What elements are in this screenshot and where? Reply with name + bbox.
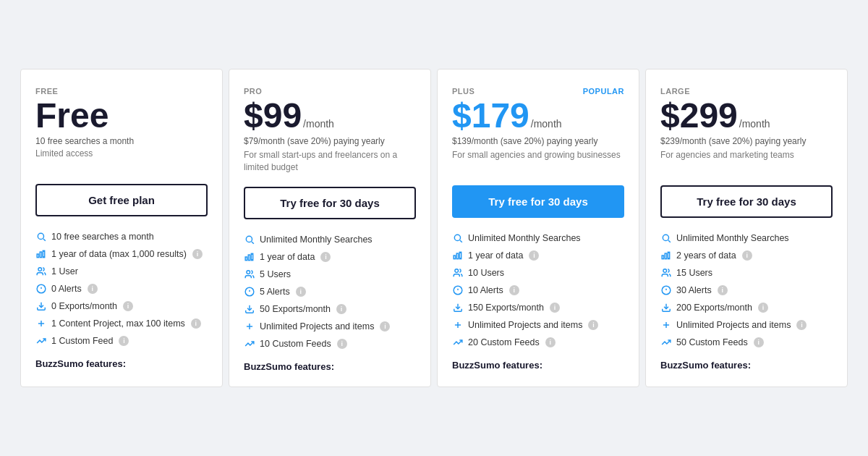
- project-icon: [660, 319, 672, 331]
- info-icon[interactable]: i: [758, 303, 768, 313]
- info-icon[interactable]: i: [796, 320, 807, 330]
- export-icon: [244, 303, 255, 315]
- plan-description: For small agencies and growing businesse…: [452, 149, 624, 172]
- info-icon[interactable]: i: [337, 339, 347, 349]
- svg-point-29: [455, 269, 459, 273]
- plan-features-list: Unlimited Monthly Searches 1 year of dat…: [452, 232, 624, 348]
- buzzsumo-features-label: BuzzSumo features:: [452, 360, 624, 371]
- svg-point-0: [38, 234, 43, 240]
- feature-item: Unlimited Monthly Searches: [244, 234, 416, 245]
- info-icon[interactable]: i: [119, 336, 129, 346]
- plan-tier-label: PRO: [244, 87, 416, 96]
- feed-icon: [35, 335, 47, 347]
- svg-rect-4: [43, 251, 44, 258]
- svg-rect-2: [37, 254, 38, 258]
- feed-icon: [244, 338, 255, 350]
- feature-text: 0 Alerts: [51, 284, 82, 294]
- feature-text: 50 Custom Feeds: [676, 337, 748, 347]
- info-icon[interactable]: i: [123, 301, 133, 311]
- project-icon: [452, 319, 464, 331]
- feature-text: 1 Content Project, max 100 items: [51, 318, 185, 329]
- feature-text: 30 Alerts: [676, 285, 712, 295]
- plan-features-list: 10 free searches a month 1 year of data …: [35, 231, 208, 347]
- plan-period: /month: [739, 118, 770, 130]
- feed-icon: [660, 337, 672, 348]
- alert-icon: [244, 286, 255, 297]
- info-icon[interactable]: i: [529, 250, 539, 261]
- search-icon: [660, 232, 672, 244]
- plan-description: For small start-ups and freelancers on a…: [244, 149, 416, 174]
- svg-point-36: [663, 235, 668, 241]
- plan-cta-button[interactable]: Try free for 30 days: [452, 185, 624, 218]
- info-icon[interactable]: i: [742, 250, 752, 261]
- info-icon[interactable]: i: [336, 304, 346, 314]
- feature-text: Unlimited Projects and items: [468, 320, 582, 330]
- alert-icon: [35, 283, 47, 295]
- feature-text: Unlimited Projects and items: [676, 320, 791, 330]
- info-icon[interactable]: i: [88, 284, 98, 294]
- info-icon[interactable]: i: [754, 337, 764, 347]
- alert-icon: [660, 284, 672, 296]
- info-icon[interactable]: i: [296, 287, 306, 297]
- info-icon[interactable]: i: [545, 337, 556, 347]
- info-icon[interactable]: i: [191, 318, 201, 329]
- feature-text: 10 free searches a month: [51, 232, 154, 242]
- svg-rect-26: [454, 256, 455, 259]
- svg-rect-39: [665, 253, 666, 259]
- feature-item: 150 Exports/month i: [452, 302, 624, 313]
- feature-text: 1 User: [51, 266, 78, 276]
- bar-chart-icon: [244, 251, 255, 263]
- feature-text: 2 years of data: [676, 250, 736, 261]
- feature-item: Unlimited Monthly Searches: [660, 232, 833, 244]
- info-icon[interactable]: i: [320, 252, 331, 262]
- plan-cta-button[interactable]: Try free for 30 days: [244, 187, 416, 219]
- svg-rect-40: [668, 253, 669, 259]
- plan-cta-button[interactable]: Get free plan: [35, 184, 208, 216]
- users-icon: [244, 269, 255, 280]
- feature-text: 5 Users: [260, 269, 291, 279]
- plan-yearly: $139/month (save 20%) paying yearly: [452, 136, 624, 146]
- feature-item: 10 Custom Feeds i: [244, 338, 416, 350]
- plan-features-list: Unlimited Monthly Searches 1 year of dat…: [244, 234, 416, 350]
- info-icon[interactable]: i: [509, 285, 519, 295]
- feature-item: 1 Content Project, max 100 items i: [35, 318, 208, 329]
- feature-item: 0 Exports/month i: [35, 300, 208, 312]
- feature-text: 20 Custom Feeds: [468, 337, 540, 347]
- feature-text: 50 Exports/month: [260, 304, 331, 314]
- feature-item: 1 year of data i: [244, 251, 416, 263]
- feature-item: 30 Alerts i: [660, 284, 833, 296]
- info-icon[interactable]: i: [550, 303, 560, 313]
- svg-rect-15: [248, 255, 250, 261]
- info-icon[interactable]: i: [588, 320, 598, 330]
- feature-item: 2 years of data i: [660, 250, 833, 261]
- svg-rect-28: [459, 253, 461, 259]
- feature-text: 5 Alerts: [260, 287, 290, 297]
- plan-description: For agencies and marketing teams: [660, 149, 833, 172]
- search-icon: [244, 234, 255, 245]
- feature-text: 1 Custom Feed: [51, 336, 113, 346]
- plan-card-large: LARGE $299 /month $239/month (save 20%) …: [645, 69, 848, 387]
- info-icon[interactable]: i: [718, 285, 728, 295]
- users-icon: [35, 266, 47, 277]
- feature-text: Unlimited Projects and items: [260, 321, 374, 332]
- plan-tier-label: FREE: [35, 87, 208, 96]
- plan-price: $299: [660, 98, 738, 133]
- info-icon[interactable]: i: [380, 321, 390, 332]
- plan-price: $99: [244, 98, 302, 133]
- feature-text: 1 year of data: [468, 250, 523, 261]
- feature-text: Unlimited Monthly Searches: [468, 233, 581, 243]
- svg-point-24: [454, 235, 460, 241]
- feature-item: 1 User: [35, 266, 208, 277]
- plan-cta-button[interactable]: Try free for 30 days: [660, 185, 833, 218]
- plan-card-free: FREE Free 10 free searches a month Limit…: [20, 69, 223, 387]
- plan-price: $179: [452, 98, 529, 133]
- feature-item: Unlimited Projects and items i: [660, 319, 833, 331]
- users-icon: [660, 267, 672, 279]
- info-icon[interactable]: i: [192, 249, 203, 259]
- feature-item: 50 Exports/month i: [244, 303, 416, 315]
- svg-rect-14: [245, 257, 247, 261]
- pricing-container: FREE Free 10 free searches a month Limit…: [0, 54, 868, 402]
- feature-text: 10 Users: [468, 268, 504, 278]
- feature-text: 15 Users: [676, 268, 712, 278]
- users-icon: [452, 267, 464, 279]
